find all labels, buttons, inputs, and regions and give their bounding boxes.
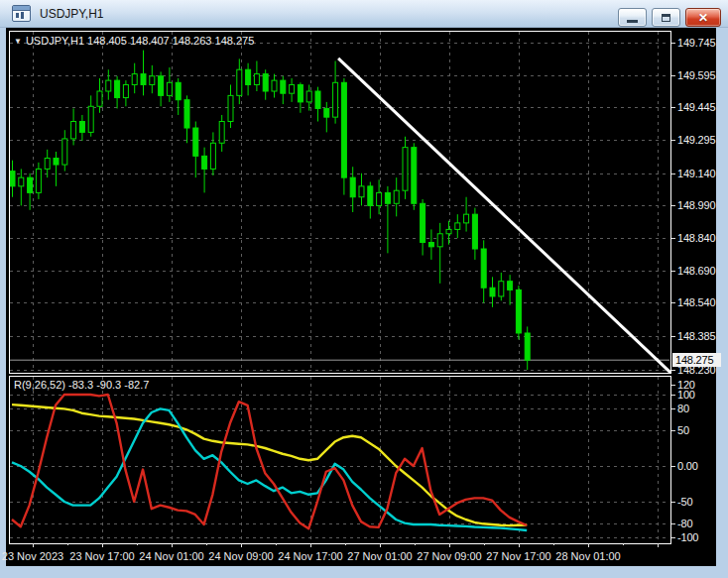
chart-window-icon[interactable] — [12, 5, 31, 22]
time-minor-tick — [484, 543, 485, 545]
bull-candle — [219, 122, 224, 144]
indicator-scale-label: 50 — [677, 424, 689, 436]
bear-candle — [10, 172, 15, 186]
price-axis[interactable]: 149.745149.595149.445149.295149.140148.9… — [671, 28, 716, 566]
current-price-tag: 148.275 — [672, 353, 721, 367]
close-button[interactable]: ✕ — [685, 8, 721, 27]
time-minor-tick — [206, 543, 207, 545]
bear-candle — [115, 80, 120, 97]
bull-candle — [403, 148, 408, 191]
indicator-scale-label-tick — [671, 385, 675, 386]
bear-candle — [481, 249, 486, 288]
bear-candle — [412, 148, 417, 204]
window-controls: ✕ — [618, 8, 721, 27]
indicator-scale-label: 100 — [677, 389, 695, 401]
window-title: USDJPY,H1 — [40, 7, 103, 21]
price-label: 149.445 — [677, 101, 715, 113]
ohlc-info-text: USDJPY,H1 148.405 148.407 148.263 148.27… — [26, 35, 254, 47]
minimize-button[interactable] — [618, 8, 647, 27]
bear-candle — [490, 288, 495, 296]
indicator-scale-label-tick — [671, 408, 675, 409]
time-minor-tick — [415, 543, 416, 545]
price-label-tick — [671, 173, 675, 174]
chart-window-icon-header — [13, 6, 30, 11]
price-label-tick — [671, 43, 675, 44]
candles — [10, 51, 530, 370]
time-minor-tick — [345, 543, 346, 545]
terminal-window: { "window": { "title": "USDJPY,H1" }, "i… — [0, 0, 728, 578]
time-tick — [519, 543, 520, 547]
price-label: 148.540 — [677, 296, 715, 308]
bull-candle — [394, 190, 399, 203]
bull-candle — [254, 74, 259, 85]
bull-candle — [123, 84, 128, 97]
indicator-scale-label-tick — [671, 523, 675, 524]
bull-candle — [359, 186, 364, 197]
indicator-frame — [10, 377, 671, 544]
restore-icon — [662, 14, 670, 22]
dropdown-arrow-icon: ▼ — [14, 37, 22, 46]
bear-candle — [368, 186, 373, 206]
price-label: 149.745 — [677, 37, 715, 49]
time-tick — [172, 543, 173, 547]
bull-candle — [437, 234, 442, 247]
bear-candle — [525, 333, 530, 360]
time-minor-tick — [553, 543, 554, 545]
bull-candle — [97, 91, 102, 106]
bear-candle — [28, 177, 33, 192]
price-label-tick — [671, 370, 675, 371]
bear-candle — [472, 214, 477, 249]
indicator-scale-label: -100 — [677, 531, 698, 543]
indicator-label: R(9,26,52) -83.3 -90.3 -82.7 — [14, 379, 149, 391]
time-axis[interactable]: 23 Nov 202323 Nov 17:0024 Nov 01:0024 No… — [9, 543, 673, 566]
bull-candle — [333, 82, 338, 117]
bear-candle — [508, 282, 513, 290]
price-label: 148.840 — [677, 232, 715, 244]
bear-candle — [315, 91, 320, 108]
indicator-svg[interactable] — [9, 376, 672, 544]
indicator-scale-label-tick — [671, 537, 675, 538]
bear-candle — [324, 108, 329, 117]
time-minor-tick — [137, 543, 138, 545]
trendline[interactable] — [338, 58, 670, 373]
time-tick — [102, 543, 103, 547]
time-minor-tick — [276, 543, 277, 545]
bear-candle — [263, 74, 268, 91]
time-tick — [241, 543, 242, 547]
price-label-tick — [671, 205, 675, 206]
time-tick — [33, 543, 34, 547]
bull-candle — [272, 80, 277, 91]
ohlc-info-line: ▼USDJPY,H1 148.405 148.407 148.263 148.2… — [14, 35, 254, 47]
title-bar[interactable]: USDJPY,H1 ✕ — [0, 0, 728, 28]
bull-candle — [19, 177, 24, 186]
indicator-scale-label: -80 — [677, 518, 692, 529]
indicator-scale-label-tick — [671, 395, 675, 396]
restore-button[interactable] — [652, 8, 680, 27]
time-minor-tick — [623, 543, 624, 545]
bull-candle — [290, 84, 295, 93]
bear-candle — [281, 80, 286, 93]
main-chart-svg[interactable] — [9, 31, 672, 375]
price-label-tick — [671, 75, 675, 76]
indicator-scale-label: 0.00 — [677, 460, 698, 472]
bear-candle — [341, 82, 346, 177]
bull-candle — [499, 282, 504, 296]
bear-candle — [298, 84, 303, 101]
bear-candle — [54, 159, 59, 166]
bear-candle — [202, 156, 207, 169]
chart-window-icon-bar2 — [21, 12, 24, 19]
bear-candle — [193, 128, 198, 156]
bull-candle — [237, 69, 242, 95]
time-tick — [588, 543, 589, 547]
indicator-scale-label: 80 — [677, 403, 689, 414]
bear-candle — [516, 289, 521, 333]
bull-candle — [464, 214, 469, 223]
price-label-tick — [671, 271, 675, 272]
bull-candle — [228, 95, 233, 121]
time-minor-tick — [67, 543, 68, 545]
bull-candle — [62, 139, 67, 165]
time-tick — [380, 543, 381, 547]
bear-candle — [141, 74, 146, 85]
price-label-tick — [671, 302, 675, 303]
bear-candle — [184, 100, 189, 128]
